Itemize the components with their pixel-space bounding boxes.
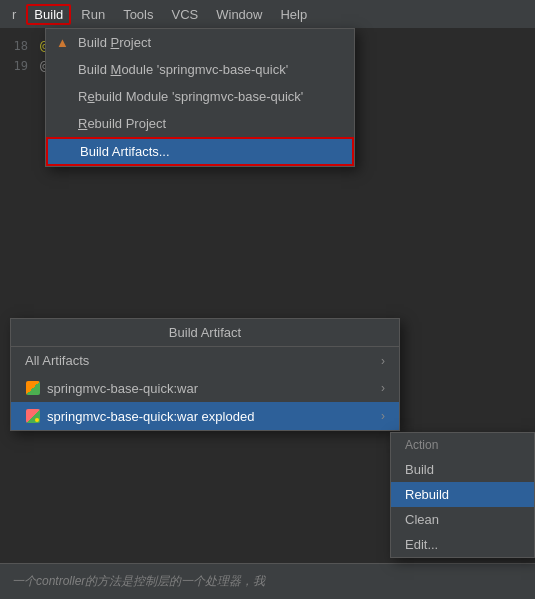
menu-item-run[interactable]: Run [73,4,113,25]
artifact-war-exploded-label: springmvc-base-quick:war exploded [25,408,254,424]
chevron-right-icon: › [381,354,385,368]
menu-item-help[interactable]: Help [272,4,315,25]
menu-item-r[interactable]: r [4,4,24,25]
menu-build-artifacts[interactable]: Build Artifacts... [46,137,354,166]
menu-item-window[interactable]: Window [208,4,270,25]
action-rebuild[interactable]: Rebuild [391,482,534,507]
artifact-war-exploded[interactable]: springmvc-base-quick:war exploded › [11,402,399,430]
menu-build-module[interactable]: Build Module 'springmvc-base-quick' [46,56,354,83]
action-panel-header: Action [391,433,534,457]
war-exploded-icon [25,408,41,424]
artifact-panel-header: Build Artifact [11,319,399,347]
hammer-icon: ▲ [56,35,69,50]
menu-item-vcs[interactable]: VCS [163,4,206,25]
action-build[interactable]: Build [391,457,534,482]
action-clean[interactable]: Clean [391,507,534,532]
artifact-panel: Build Artifact All Artifacts › springmvc… [10,318,400,431]
artifact-all-label: All Artifacts [25,353,89,368]
action-edit[interactable]: Edit... [391,532,534,557]
build-dropdown: ▲ Build Project Build Module 'springmvc-… [45,28,355,167]
menu-build-project[interactable]: ▲ Build Project [46,29,354,56]
chevron-right-icon-2: › [381,381,385,395]
artifact-all[interactable]: All Artifacts › [11,347,399,374]
artifact-war[interactable]: springmvc-base-quick:war › [11,374,399,402]
menu-rebuild-project[interactable]: Rebuild Project [46,110,354,137]
artifact-war-label: springmvc-base-quick:war [25,380,198,396]
war-icon [25,380,41,396]
action-panel: Action Build Rebuild Clean Edit... [390,432,535,558]
menu-rebuild-module[interactable]: Rebuild Module 'springmvc-base-quick' [46,83,354,110]
bottom-text-content: 一个controller的方法是控制层的一个处理器，我 [12,573,265,590]
bottom-status-bar: 一个controller的方法是控制层的一个处理器，我 [0,563,535,599]
chevron-right-icon-3: › [381,409,385,423]
line-num-18: 18 [0,39,40,53]
menu-item-tools[interactable]: Tools [115,4,161,25]
line-num-19: 19 [0,59,40,73]
menu-bar: r Build Run Tools VCS Window Help [0,0,535,28]
menu-item-build[interactable]: Build [26,4,71,25]
